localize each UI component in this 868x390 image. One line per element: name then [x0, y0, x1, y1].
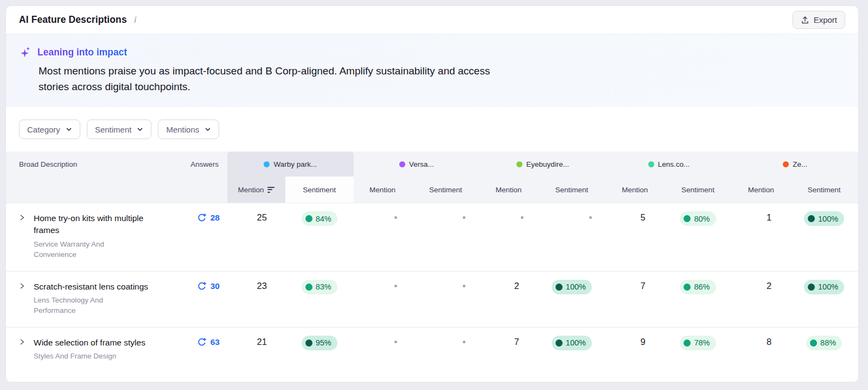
sentiment-cell: 100%	[790, 272, 858, 327]
filter-mentions-label: Mentions	[166, 125, 199, 134]
subcol-sentiment-eyebuydirect[interactable]: Sentiment	[538, 177, 606, 203]
sentiment-badge: 84%	[302, 211, 337, 226]
expand-row-button[interactable]	[18, 282, 26, 290]
subcol-label: Mention	[622, 186, 648, 194]
brand-name: Ze...	[793, 160, 807, 168]
mention-cell: 7	[606, 272, 664, 327]
mention-cell	[480, 203, 538, 271]
insight-title: Leaning into impact	[37, 47, 127, 58]
brand-header-ze[interactable]: Ze...	[732, 152, 858, 177]
brand-name: Versa...	[409, 160, 434, 168]
brand-name: Eyebuydire...	[526, 160, 569, 168]
regenerate-icon	[197, 213, 207, 223]
empty-dot-icon	[463, 341, 465, 343]
chevron-down-icon	[137, 126, 143, 133]
mention-cell: 2	[480, 272, 538, 327]
brand-header-lensco[interactable]: Lens.co...	[606, 152, 732, 177]
brand-dot-icon	[783, 161, 789, 167]
chevron-down-icon	[66, 126, 72, 133]
upload-icon	[801, 16, 809, 24]
sentiment-badge: 80%	[680, 211, 716, 226]
mention-value: 5	[640, 212, 645, 223]
brand-header-versa[interactable]: Versa...	[354, 152, 480, 177]
sentiment-badge: 95%	[302, 336, 337, 350]
export-button[interactable]: Export	[793, 11, 845, 29]
subcol-mention-versa[interactable]: Mention	[354, 177, 412, 203]
insight-description: Most mentions praise you as impact-focus…	[39, 63, 492, 95]
table-row: Scratch-resistant lens coatings Lens Tec…	[6, 271, 858, 327]
empty-dot-icon	[521, 216, 524, 219]
row-title: Home try-on kits with multiple frames	[34, 212, 149, 237]
description-text: Wide selection of frame styles Styles An…	[34, 337, 145, 362]
empty-dot-icon	[463, 216, 465, 219]
mention-value: 23	[257, 281, 266, 291]
mention-value: 21	[257, 337, 266, 347]
description-text: Scratch-resistant lens coatings Lens Tec…	[34, 281, 148, 316]
sentiment-cell: 100%	[790, 203, 858, 271]
sentiment-badge: 100%	[552, 336, 592, 350]
row-category: Styles And Frame Design	[34, 351, 145, 362]
sentiment-badge: 88%	[806, 336, 842, 350]
sentiment-cell	[411, 328, 480, 373]
ai-feature-descriptions-card: AI Feature Descriptions i Export Leaning…	[5, 5, 859, 382]
subcol-label: Sentiment	[681, 186, 714, 194]
empty-dot-icon	[589, 216, 592, 219]
brand-dot-icon	[648, 161, 654, 167]
subcol-sentiment-lensco[interactable]: Sentiment	[664, 177, 732, 203]
mention-cell: 2	[732, 272, 790, 327]
description-cell: Home try-on kits with multiple frames Se…	[6, 203, 174, 271]
sparkles-icon	[19, 46, 31, 58]
subcol-sentiment-versa[interactable]: Sentiment	[411, 177, 480, 203]
sentiment-badge: 86%	[680, 280, 716, 294]
comparison-table: Broad Description Answers Warby park... …	[6, 152, 858, 373]
mention-value: 7	[640, 281, 645, 291]
subcol-label: Sentiment	[556, 186, 589, 194]
mention-cell: 8	[732, 328, 790, 373]
brand-dot-icon	[516, 161, 522, 167]
mention-value: 8	[767, 337, 771, 347]
filter-category-label: Category	[27, 125, 60, 134]
answers-cell[interactable]: 63	[174, 328, 227, 373]
subcol-mention-ze[interactable]: Mention	[732, 177, 790, 203]
expand-row-button[interactable]	[18, 213, 26, 222]
subcol-sentiment-ze[interactable]: Sentiment	[790, 177, 858, 203]
sentiment-cell: 83%	[285, 272, 354, 327]
brand-header-warby[interactable]: Warby park...	[227, 152, 354, 177]
table-header: Broad Description Answers Warby park... …	[6, 152, 858, 203]
sentiment-dot-icon	[556, 284, 563, 291]
mention-cell: 7	[480, 328, 538, 373]
sentiment-dot-icon	[556, 339, 563, 347]
subcol-mention-warby[interactable]: Mention	[227, 177, 285, 203]
description-cell: Wide selection of frame styles Styles An…	[6, 328, 174, 373]
chevron-right-icon	[18, 213, 26, 222]
row-category: Service Warranty And Convenience	[34, 240, 145, 260]
expand-row-button[interactable]	[18, 338, 26, 346]
filter-sentiment[interactable]: Sentiment	[87, 119, 152, 139]
insight-header: Leaning into impact	[19, 46, 845, 58]
sentiment-dot-icon	[808, 284, 815, 291]
mention-cell	[354, 328, 412, 373]
filter-category[interactable]: Category	[19, 119, 80, 139]
filter-mentions[interactable]: Mentions	[158, 119, 219, 139]
info-icon[interactable]: i	[132, 16, 137, 24]
sentiment-dot-icon	[684, 339, 691, 347]
sentiment-dot-icon	[810, 339, 817, 347]
answers-count: 28	[210, 213, 220, 223]
subcol-sentiment-warby[interactable]: Sentiment	[285, 177, 354, 203]
answers-cell[interactable]: 28	[174, 203, 227, 271]
page-title: AI Feature Descriptions	[19, 14, 127, 26]
sentiment-cell	[411, 203, 480, 271]
answers-cell[interactable]: 30	[174, 272, 227, 327]
row-title: Scratch-resistant lens coatings	[34, 281, 148, 293]
brand-header-eyebuydirect[interactable]: Eyebuydire...	[480, 152, 606, 177]
sentiment-cell: 100%	[538, 328, 606, 373]
chevron-right-icon	[18, 338, 26, 346]
sentiment-cell: 84%	[285, 203, 354, 271]
subcol-mention-lensco[interactable]: Mention	[606, 177, 664, 203]
subcol-mention-eyebuydirect[interactable]: Mention	[480, 177, 538, 203]
sentiment-badge: 83%	[302, 280, 337, 294]
sentiment-dot-icon	[684, 284, 691, 291]
sentiment-badge: 100%	[804, 211, 844, 226]
brand-dot-icon	[264, 161, 270, 167]
description-cell: Scratch-resistant lens coatings Lens Tec…	[6, 272, 174, 327]
